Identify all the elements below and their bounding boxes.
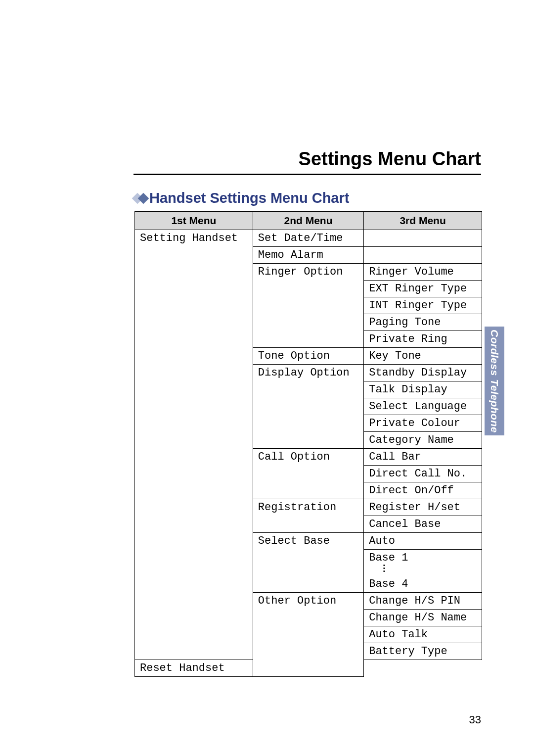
- cell-2nd-menu: Call Option: [253, 449, 363, 499]
- cell-2nd-menu: Other Option: [253, 593, 363, 677]
- cell-3rd-menu: Category Name: [364, 432, 482, 449]
- cell-2nd-menu: Memo Alarm: [253, 247, 363, 264]
- cell-3rd-menu: Change H/S PIN: [364, 593, 482, 610]
- cell-3rd-menu: Change H/S Name: [364, 610, 482, 626]
- cell-3rd-menu: Standby Display: [364, 365, 482, 381]
- cell-3rd-menu: Ringer Volume: [364, 264, 482, 281]
- cell-3rd-menu: Talk Display: [364, 381, 482, 398]
- base1-text: Base 1: [369, 552, 408, 564]
- cell-3rd-menu: [364, 230, 482, 247]
- side-tab-label: Cordless Telephone: [489, 330, 500, 433]
- diamond-bullet-icon: [134, 194, 145, 202]
- cell-3rd-menu: Direct On/Off: [364, 482, 482, 499]
- cell-2nd-menu: Registration: [253, 499, 363, 533]
- section-title: Handset Settings Menu Chart: [149, 190, 349, 206]
- cell-3rd-menu: Battery Type: [364, 643, 482, 660]
- col-3rd-menu: 3rd Menu: [364, 212, 482, 230]
- cell-3rd-menu: Direct Call No.: [364, 466, 482, 482]
- manual-page: Settings Menu Chart Handset Settings Men…: [0, 0, 534, 756]
- table-header-row: 1st Menu 2nd Menu 3rd Menu: [135, 212, 482, 230]
- table-row: Setting Handset Set Date/Time: [135, 230, 482, 247]
- cell-3rd-menu: Key Tone: [364, 348, 482, 365]
- cell-3rd-menu: [364, 247, 482, 264]
- cell-2nd-menu: Set Date/Time: [253, 230, 363, 247]
- section-heading: Handset Settings Menu Chart: [134, 190, 481, 206]
- cell-1st-menu: Setting Handset: [135, 230, 253, 660]
- settings-menu-table: 1st Menu 2nd Menu 3rd Menu Setting Hands…: [134, 211, 482, 677]
- cell-3rd-menu: Call Bar: [364, 449, 482, 466]
- cell-3rd-menu: Select Language: [364, 398, 482, 415]
- cell-2nd-menu: Ringer Option: [253, 264, 363, 348]
- section-side-tab: Cordless Telephone: [485, 327, 504, 435]
- col-2nd-menu: 2nd Menu: [253, 212, 363, 230]
- cell-3rd-menu: Private Colour: [364, 415, 482, 432]
- cell-3rd-menu: Register H/set: [364, 499, 482, 516]
- vertical-ellipsis-icon: ···: [369, 564, 385, 573]
- cell-2nd-menu: Select Base: [253, 533, 363, 593]
- cell-3rd-menu: EXT Ringer Type: [364, 281, 482, 297]
- cell-3rd-menu: Cancel Base: [364, 516, 482, 533]
- cell-3rd-menu: Paging Tone: [364, 314, 482, 331]
- col-1st-menu: 1st Menu: [135, 212, 253, 230]
- cell-3rd-menu: INT Ringer Type: [364, 297, 482, 314]
- cell-3rd-menu: Auto Talk: [364, 626, 482, 643]
- cell-2nd-menu: Tone Option: [253, 348, 363, 365]
- page-title: Settings Menu Chart: [134, 148, 481, 175]
- page-number: 33: [469, 713, 481, 726]
- cell-3rd-menu: Reset Handset: [135, 660, 253, 677]
- cell-3rd-menu: Auto: [364, 533, 482, 550]
- cell-2nd-menu: Display Option: [253, 365, 363, 449]
- cell-3rd-menu: Base 1 ··· Base 4: [364, 550, 482, 593]
- base4-text: Base 4: [369, 578, 408, 590]
- cell-3rd-menu: Private Ring: [364, 331, 482, 348]
